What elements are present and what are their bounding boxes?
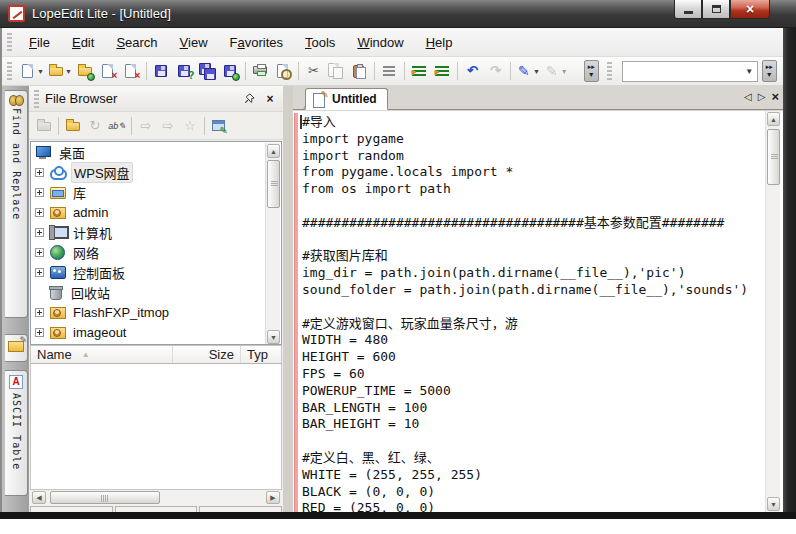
file-list-hscrollbar[interactable]: ◀ ▶: [30, 490, 282, 506]
open-from-web-button[interactable]: [74, 59, 97, 83]
column-type[interactable]: Typ: [241, 346, 281, 363]
next-tab-icon[interactable]: ▷: [758, 92, 766, 102]
open-file-button[interactable]: ▼: [46, 59, 74, 83]
scroll-up-icon[interactable]: ▲: [267, 144, 280, 158]
menu-edit[interactable]: Edit: [61, 31, 105, 54]
menu-favorites[interactable]: Favorites: [219, 31, 294, 54]
tree-item-imageout[interactable]: imageout: [31, 322, 281, 342]
menu-search[interactable]: Search: [105, 31, 168, 54]
column-name[interactable]: Name ▲: [31, 346, 173, 363]
tree-item-control-panel[interactable]: 控制面板: [31, 262, 281, 282]
rename-button[interactable]: ab✎: [106, 114, 128, 138]
close-icon: ×: [746, 2, 754, 16]
format-lines-button[interactable]: [378, 59, 401, 83]
chevron-down-icon: ▼: [561, 68, 568, 75]
tree-item-libraries[interactable]: 库: [31, 182, 281, 202]
tree-item-admin[interactable]: admin: [31, 202, 281, 222]
send-to-icon: ⇨: [160, 118, 176, 134]
highlight-pen-button[interactable]: ✎▼: [514, 59, 542, 83]
open-button[interactable]: [33, 114, 55, 138]
tree-item-recycle-bin[interactable]: 回收站: [31, 282, 281, 302]
menu-window[interactable]: Window: [346, 31, 414, 54]
properties-button[interactable]: [208, 114, 230, 138]
panel-splitter[interactable]: [283, 86, 293, 512]
editor-scrollbar[interactable]: ▲ ▼: [765, 111, 780, 512]
open-with-button[interactable]: ⇨: [135, 114, 157, 138]
send-to-button[interactable]: ⇨: [157, 114, 179, 138]
tree-item-desktop[interactable]: 桌面: [31, 142, 281, 162]
scroll-right-icon[interactable]: ▶: [266, 491, 280, 504]
expand-icon[interactable]: [35, 328, 44, 337]
expand-icon[interactable]: [35, 228, 44, 237]
scroll-up-icon[interactable]: ▲: [767, 112, 780, 126]
toolbar-overflow-button[interactable]: ▸▸▼: [762, 60, 777, 82]
expand-icon[interactable]: [35, 308, 44, 317]
paste-button[interactable]: [348, 59, 371, 83]
close-all-button[interactable]: ×: [120, 59, 143, 83]
outdent-button[interactable]: [431, 59, 454, 83]
code-text[interactable]: #导入 import pygame import random from pyg…: [293, 111, 759, 512]
tree-item-computer[interactable]: 计算机: [31, 222, 281, 242]
favorite-button[interactable]: ☆: [179, 114, 201, 138]
scroll-left-icon[interactable]: ◀: [32, 491, 46, 504]
indent-icon: [411, 63, 427, 79]
stamp-pen-button[interactable]: ✎▼: [542, 59, 570, 83]
refresh-button[interactable]: ↻: [84, 114, 106, 138]
toolbar-combobox[interactable]: ▼: [622, 61, 758, 82]
column-size[interactable]: Size: [173, 346, 241, 363]
scroll-thumb[interactable]: [767, 129, 780, 185]
menu-tools[interactable]: Tools: [294, 31, 346, 54]
expand-icon[interactable]: [35, 248, 44, 257]
save-as-button[interactable]: ?: [173, 59, 196, 83]
save-remote-button[interactable]: [219, 59, 242, 83]
scroll-down-icon[interactable]: ▼: [767, 497, 780, 511]
minimize-button[interactable]: [674, 0, 702, 19]
file-list-body[interactable]: [30, 364, 282, 490]
print-preview-button[interactable]: [272, 59, 295, 83]
restore-button[interactable]: [702, 0, 730, 19]
toolbar-overflow-button[interactable]: ▸▸▼: [584, 60, 599, 82]
expand-icon[interactable]: [35, 188, 44, 197]
expand-icon[interactable]: [35, 268, 44, 277]
close-tab-icon[interactable]: ×: [771, 90, 779, 103]
close-button[interactable]: ×: [730, 0, 770, 19]
tree-item-wps-cloud[interactable]: WPS网盘: [31, 162, 281, 182]
tree-item-flashfxp[interactable]: FlashFXP_itmop: [31, 302, 281, 322]
expand-icon[interactable]: [35, 168, 44, 177]
menu-file[interactable]: File: [18, 31, 61, 54]
toolbar-grip[interactable]: [7, 62, 12, 80]
scroll-thumb[interactable]: [267, 160, 280, 208]
dock-tab-file-browser[interactable]: [5, 334, 28, 362]
title-bar[interactable]: LopeEdit Lite - [Untitled] ×: [0, 0, 796, 28]
panel-grip[interactable]: [34, 90, 39, 108]
tree-item-network[interactable]: 网络: [31, 242, 281, 262]
tree-scrollbar[interactable]: ▲ ▼: [265, 143, 280, 345]
save-button[interactable]: [150, 59, 173, 83]
chevron-down-icon: ▼: [766, 71, 773, 79]
browse-folder-button[interactable]: [62, 114, 84, 138]
undo-button[interactable]: ↶: [461, 59, 484, 83]
cut-button[interactable]: ✂: [302, 59, 325, 83]
redo-button[interactable]: ↷: [484, 59, 507, 83]
tab-untitled[interactable]: Untitled: [305, 88, 388, 110]
menu-help[interactable]: Help: [415, 31, 464, 54]
close-document-button[interactable]: ×: [97, 59, 120, 83]
dock-tab-ascii-table[interactable]: A ASCII Table: [5, 370, 28, 496]
toolbar-grip[interactable]: [607, 62, 612, 80]
expand-icon[interactable]: [35, 208, 44, 217]
menubar-grip[interactable]: [7, 33, 12, 51]
pin-panel-button[interactable]: [241, 91, 257, 107]
code-area[interactable]: #导入 import pygame import random from pyg…: [293, 111, 783, 512]
save-all-button[interactable]: [196, 59, 219, 83]
indent-button[interactable]: [408, 59, 431, 83]
combobox-arrow-icon[interactable]: ▼: [742, 62, 757, 81]
print-button[interactable]: [249, 59, 272, 83]
prev-tab-icon[interactable]: ◁: [744, 92, 752, 102]
scroll-down-icon[interactable]: ▼: [267, 330, 280, 344]
menu-view[interactable]: View: [169, 31, 219, 54]
close-panel-button[interactable]: ×: [262, 91, 278, 107]
new-document-button[interactable]: ▼: [18, 59, 46, 83]
scroll-thumb[interactable]: [50, 491, 160, 504]
dock-tab-find-and-replace[interactable]: Find and Replace: [5, 90, 28, 318]
copy-button[interactable]: [325, 59, 348, 83]
